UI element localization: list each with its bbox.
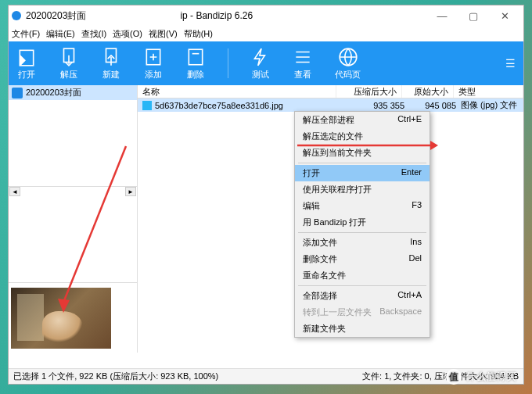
svg-rect-4	[189, 49, 202, 65]
add-button[interactable]: 添加	[143, 47, 164, 81]
ctx-delete[interactable]: 删除文件Del	[295, 251, 430, 267]
ctx-extract-selected[interactable]: 解压选定的文件	[295, 128, 430, 145]
toolbar: 打开 解压 新建 添加 删除 测试 查看 代码页 ☰	[9, 41, 523, 85]
col-name[interactable]: 名称	[138, 85, 336, 98]
codepage-button[interactable]: 代码页	[335, 47, 361, 81]
delete-button[interactable]: 删除	[185, 47, 206, 81]
close-button[interactable]: ✕	[489, 5, 520, 26]
ctx-back: 转到上一层文件夹Backspace	[295, 304, 430, 321]
app-window: 20200203封面 ip - Bandizip 6.26 — ▢ ✕ 文件(F…	[8, 5, 524, 385]
ctx-extract-all[interactable]: 解压全部进程Ctrl+E	[295, 112, 430, 128]
watermark-logo: 值	[446, 369, 462, 385]
view-button[interactable]: 查看	[293, 47, 313, 81]
col-osize[interactable]: 原始大小	[402, 85, 454, 98]
extract-button[interactable]: 解压	[59, 47, 79, 81]
table-row[interactable]: 5d637b3de7bce75a8ee331d6.jpg 935 355 945…	[138, 98, 523, 112]
ctx-open-assoc[interactable]: 使用关联程序打开	[295, 181, 430, 198]
preview-pane	[9, 282, 137, 353]
context-menu: 解压全部进程Ctrl+E 解压选定的文件 解压到当前文件夹 打开Enter 使用…	[294, 111, 430, 338]
new-button[interactable]: 新建	[101, 47, 121, 81]
file-list: 名称 压缩后大小 原始大小 类型 5d637b3de7bce75a8ee331d…	[138, 85, 523, 353]
file-osize: 945 085	[404, 101, 456, 110]
menu-file[interactable]: 文件(F)	[12, 28, 40, 40]
sidebar-item-folder[interactable]: 20200203封面	[9, 85, 137, 100]
ctx-extract-current[interactable]: 解压到当前文件夹	[295, 145, 430, 161]
sidebar: 20200203封面 ◄ ►	[9, 85, 138, 353]
ctx-new-folder[interactable]: 新建文件夹	[295, 321, 430, 337]
open-button[interactable]: 打开	[16, 47, 37, 81]
minimize-button[interactable]: —	[426, 5, 458, 26]
menu-help[interactable]: 帮助(H)	[184, 28, 213, 40]
svg-marker-7	[430, 141, 438, 150]
file-type: 图像 (jpg) 文件	[456, 99, 519, 111]
ctx-add[interactable]: 添加文件Ins	[295, 235, 430, 251]
status-left: 已选择 1 个文件, 922 KB (压缩后大小: 923 KB, 100%)	[13, 371, 218, 382]
title-folder: 20200203封面	[26, 9, 86, 23]
menu-view[interactable]: 视图(V)	[149, 28, 178, 40]
scroll-right[interactable]: ►	[125, 187, 136, 196]
col-csize[interactable]: 压缩后大小	[336, 85, 402, 98]
menu-find[interactable]: 查找(I)	[81, 28, 106, 40]
test-button[interactable]: 测试	[250, 47, 271, 81]
menu-icon[interactable]: ☰	[505, 57, 516, 70]
file-name: 5d637b3de7bce75a8ee331d6.jpg	[155, 101, 339, 110]
menu-options[interactable]: 选项(O)	[113, 28, 142, 40]
titlebar[interactable]: 20200203封面 ip - Bandizip 6.26 — ▢ ✕	[9, 5, 523, 26]
scroll-left[interactable]: ◄	[9, 187, 20, 196]
preview-image	[11, 288, 111, 349]
sidebar-item-label: 20200203封面	[26, 87, 81, 98]
jpg-icon	[142, 101, 152, 110]
maximize-button[interactable]: ▢	[458, 5, 489, 26]
folder-icon	[12, 88, 23, 98]
ctx-select-all[interactable]: 全部选择Ctrl+A	[295, 288, 430, 304]
menu-edit[interactable]: 编辑(E)	[46, 28, 75, 40]
watermark: 值 什么值得买	[446, 369, 516, 385]
col-type[interactable]: 类型	[454, 85, 523, 98]
ctx-edit[interactable]: 编辑F3	[295, 198, 430, 214]
ctx-open[interactable]: 打开Enter	[295, 165, 430, 181]
ctx-rename[interactable]: 重命名文件	[295, 267, 430, 284]
menubar: 文件(F) 编辑(E) 查找(I) 选项(O) 视图(V) 帮助(H)	[9, 26, 523, 41]
app-icon	[12, 11, 21, 20]
file-csize: 935 355	[339, 101, 404, 110]
ctx-open-bandizip[interactable]: 用 Bandizip 打开	[295, 214, 430, 231]
title-app: ip - Bandizip 6.26	[180, 10, 253, 21]
